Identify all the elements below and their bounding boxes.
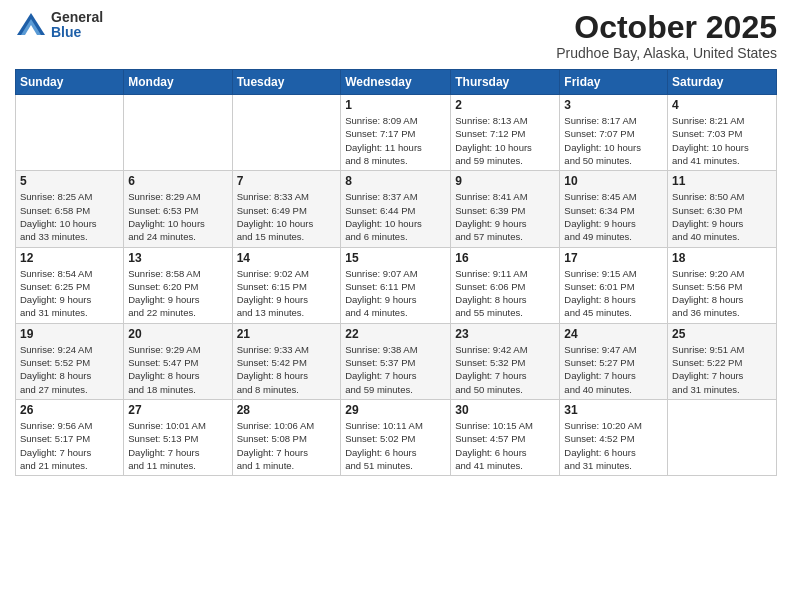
day-number: 16	[455, 251, 555, 265]
day-number: 5	[20, 174, 119, 188]
calendar-cell: 15Sunrise: 9:07 AM Sunset: 6:11 PM Dayli…	[341, 247, 451, 323]
calendar-cell: 29Sunrise: 10:11 AM Sunset: 5:02 PM Dayl…	[341, 399, 451, 475]
day-number: 31	[564, 403, 663, 417]
day-info: Sunrise: 9:51 AM Sunset: 5:22 PM Dayligh…	[672, 343, 772, 396]
calendar-cell: 7Sunrise: 8:33 AM Sunset: 6:49 PM Daylig…	[232, 171, 341, 247]
day-number: 19	[20, 327, 119, 341]
weekday-header-row: SundayMondayTuesdayWednesdayThursdayFrid…	[16, 70, 777, 95]
day-number: 4	[672, 98, 772, 112]
day-number: 23	[455, 327, 555, 341]
calendar: SundayMondayTuesdayWednesdayThursdayFrid…	[15, 69, 777, 476]
day-number: 13	[128, 251, 227, 265]
calendar-cell: 30Sunrise: 10:15 AM Sunset: 4:57 PM Dayl…	[451, 399, 560, 475]
calendar-cell: 1Sunrise: 8:09 AM Sunset: 7:17 PM Daylig…	[341, 95, 451, 171]
day-info: Sunrise: 8:29 AM Sunset: 6:53 PM Dayligh…	[128, 190, 227, 243]
calendar-cell: 22Sunrise: 9:38 AM Sunset: 5:37 PM Dayli…	[341, 323, 451, 399]
month-title: October 2025	[556, 10, 777, 45]
day-info: Sunrise: 9:56 AM Sunset: 5:17 PM Dayligh…	[20, 419, 119, 472]
day-info: Sunrise: 9:33 AM Sunset: 5:42 PM Dayligh…	[237, 343, 337, 396]
calendar-week-row: 5Sunrise: 8:25 AM Sunset: 6:58 PM Daylig…	[16, 171, 777, 247]
weekday-header: Saturday	[668, 70, 777, 95]
calendar-cell: 8Sunrise: 8:37 AM Sunset: 6:44 PM Daylig…	[341, 171, 451, 247]
day-info: Sunrise: 9:02 AM Sunset: 6:15 PM Dayligh…	[237, 267, 337, 320]
day-info: Sunrise: 8:21 AM Sunset: 7:03 PM Dayligh…	[672, 114, 772, 167]
calendar-cell	[124, 95, 232, 171]
calendar-cell: 5Sunrise: 8:25 AM Sunset: 6:58 PM Daylig…	[16, 171, 124, 247]
calendar-cell: 2Sunrise: 8:13 AM Sunset: 7:12 PM Daylig…	[451, 95, 560, 171]
day-number: 1	[345, 98, 446, 112]
calendar-cell: 20Sunrise: 9:29 AM Sunset: 5:47 PM Dayli…	[124, 323, 232, 399]
day-info: Sunrise: 10:11 AM Sunset: 5:02 PM Daylig…	[345, 419, 446, 472]
logo-general: General	[51, 10, 103, 25]
day-info: Sunrise: 9:20 AM Sunset: 5:56 PM Dayligh…	[672, 267, 772, 320]
day-number: 9	[455, 174, 555, 188]
calendar-cell: 6Sunrise: 8:29 AM Sunset: 6:53 PM Daylig…	[124, 171, 232, 247]
day-info: Sunrise: 9:29 AM Sunset: 5:47 PM Dayligh…	[128, 343, 227, 396]
calendar-cell: 17Sunrise: 9:15 AM Sunset: 6:01 PM Dayli…	[560, 247, 668, 323]
day-info: Sunrise: 8:37 AM Sunset: 6:44 PM Dayligh…	[345, 190, 446, 243]
day-number: 6	[128, 174, 227, 188]
day-number: 30	[455, 403, 555, 417]
calendar-cell: 23Sunrise: 9:42 AM Sunset: 5:32 PM Dayli…	[451, 323, 560, 399]
header: General Blue October 2025 Prudhoe Bay, A…	[15, 10, 777, 61]
calendar-cell: 31Sunrise: 10:20 AM Sunset: 4:52 PM Dayl…	[560, 399, 668, 475]
calendar-cell: 19Sunrise: 9:24 AM Sunset: 5:52 PM Dayli…	[16, 323, 124, 399]
day-info: Sunrise: 9:42 AM Sunset: 5:32 PM Dayligh…	[455, 343, 555, 396]
calendar-cell: 25Sunrise: 9:51 AM Sunset: 5:22 PM Dayli…	[668, 323, 777, 399]
day-number: 14	[237, 251, 337, 265]
day-number: 8	[345, 174, 446, 188]
calendar-cell: 10Sunrise: 8:45 AM Sunset: 6:34 PM Dayli…	[560, 171, 668, 247]
calendar-cell: 12Sunrise: 8:54 AM Sunset: 6:25 PM Dayli…	[16, 247, 124, 323]
day-number: 22	[345, 327, 446, 341]
logo-blue: Blue	[51, 25, 103, 40]
day-info: Sunrise: 8:17 AM Sunset: 7:07 PM Dayligh…	[564, 114, 663, 167]
day-number: 17	[564, 251, 663, 265]
day-info: Sunrise: 10:15 AM Sunset: 4:57 PM Daylig…	[455, 419, 555, 472]
calendar-cell: 24Sunrise: 9:47 AM Sunset: 5:27 PM Dayli…	[560, 323, 668, 399]
day-info: Sunrise: 10:20 AM Sunset: 4:52 PM Daylig…	[564, 419, 663, 472]
calendar-cell: 13Sunrise: 8:58 AM Sunset: 6:20 PM Dayli…	[124, 247, 232, 323]
calendar-cell: 16Sunrise: 9:11 AM Sunset: 6:06 PM Dayli…	[451, 247, 560, 323]
day-info: Sunrise: 9:24 AM Sunset: 5:52 PM Dayligh…	[20, 343, 119, 396]
day-info: Sunrise: 8:25 AM Sunset: 6:58 PM Dayligh…	[20, 190, 119, 243]
weekday-header: Friday	[560, 70, 668, 95]
day-number: 21	[237, 327, 337, 341]
day-info: Sunrise: 9:38 AM Sunset: 5:37 PM Dayligh…	[345, 343, 446, 396]
day-info: Sunrise: 8:58 AM Sunset: 6:20 PM Dayligh…	[128, 267, 227, 320]
day-number: 20	[128, 327, 227, 341]
day-number: 25	[672, 327, 772, 341]
day-info: Sunrise: 9:11 AM Sunset: 6:06 PM Dayligh…	[455, 267, 555, 320]
calendar-cell: 3Sunrise: 8:17 AM Sunset: 7:07 PM Daylig…	[560, 95, 668, 171]
calendar-cell: 28Sunrise: 10:06 AM Sunset: 5:08 PM Dayl…	[232, 399, 341, 475]
day-number: 18	[672, 251, 772, 265]
day-info: Sunrise: 8:13 AM Sunset: 7:12 PM Dayligh…	[455, 114, 555, 167]
calendar-week-row: 1Sunrise: 8:09 AM Sunset: 7:17 PM Daylig…	[16, 95, 777, 171]
logo: General Blue	[15, 10, 103, 41]
calendar-cell: 9Sunrise: 8:41 AM Sunset: 6:39 PM Daylig…	[451, 171, 560, 247]
calendar-cell: 18Sunrise: 9:20 AM Sunset: 5:56 PM Dayli…	[668, 247, 777, 323]
day-number: 15	[345, 251, 446, 265]
logo-icon	[15, 11, 47, 39]
day-info: Sunrise: 8:33 AM Sunset: 6:49 PM Dayligh…	[237, 190, 337, 243]
page: General Blue October 2025 Prudhoe Bay, A…	[0, 0, 792, 612]
calendar-cell: 21Sunrise: 9:33 AM Sunset: 5:42 PM Dayli…	[232, 323, 341, 399]
day-number: 3	[564, 98, 663, 112]
calendar-week-row: 19Sunrise: 9:24 AM Sunset: 5:52 PM Dayli…	[16, 323, 777, 399]
calendar-cell: 14Sunrise: 9:02 AM Sunset: 6:15 PM Dayli…	[232, 247, 341, 323]
day-info: Sunrise: 8:41 AM Sunset: 6:39 PM Dayligh…	[455, 190, 555, 243]
calendar-cell	[232, 95, 341, 171]
day-info: Sunrise: 8:09 AM Sunset: 7:17 PM Dayligh…	[345, 114, 446, 167]
day-info: Sunrise: 9:07 AM Sunset: 6:11 PM Dayligh…	[345, 267, 446, 320]
calendar-cell: 11Sunrise: 8:50 AM Sunset: 6:30 PM Dayli…	[668, 171, 777, 247]
weekday-header: Monday	[124, 70, 232, 95]
title-block: October 2025 Prudhoe Bay, Alaska, United…	[556, 10, 777, 61]
day-number: 29	[345, 403, 446, 417]
day-info: Sunrise: 9:47 AM Sunset: 5:27 PM Dayligh…	[564, 343, 663, 396]
day-number: 11	[672, 174, 772, 188]
calendar-cell	[16, 95, 124, 171]
weekday-header: Wednesday	[341, 70, 451, 95]
day-number: 27	[128, 403, 227, 417]
day-info: Sunrise: 8:45 AM Sunset: 6:34 PM Dayligh…	[564, 190, 663, 243]
calendar-cell: 4Sunrise: 8:21 AM Sunset: 7:03 PM Daylig…	[668, 95, 777, 171]
weekday-header: Sunday	[16, 70, 124, 95]
